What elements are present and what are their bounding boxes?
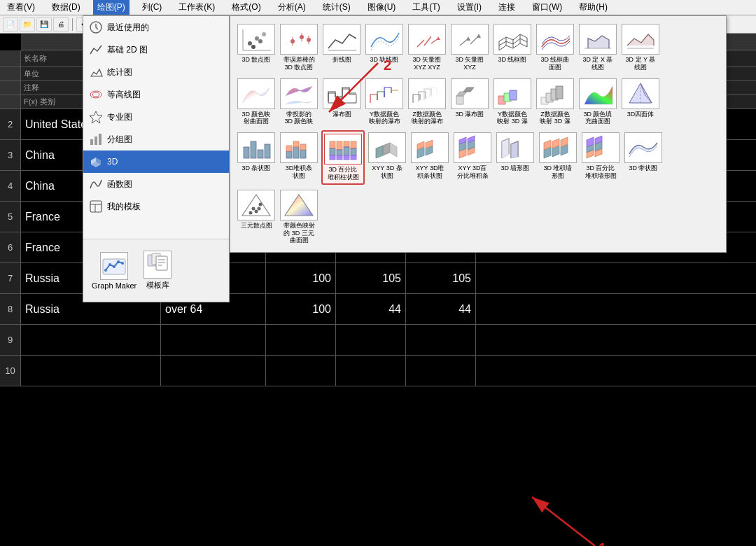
svg-rect-50 bbox=[258, 150, 263, 158]
cell-7-d[interactable]: 105 bbox=[336, 263, 406, 293]
row-num-3: 3 bbox=[0, 140, 21, 170]
toolbar-btn-open[interactable]: 📁 bbox=[20, 18, 35, 31]
icon-track3d[interactable]: 3D 轨线图 bbox=[364, 22, 405, 74]
cell-7-e[interactable]: 105 bbox=[406, 263, 476, 293]
icon-ternary-scatter[interactable]: 三元散点图 bbox=[236, 188, 276, 246]
icon-basex3d[interactable]: 3D 定 X 基线图 bbox=[578, 22, 618, 74]
menu-contour[interactable]: 等高线图 bbox=[83, 83, 229, 106]
icon-xyy-pct3d[interactable]: XYY 3D百分比堆积条 bbox=[452, 130, 493, 185]
icon-wire3d[interactable]: 3D 线框图 bbox=[492, 22, 533, 74]
svg-marker-76 bbox=[285, 195, 313, 216]
row-num-7: 7 bbox=[0, 263, 21, 293]
menu-mytemplate[interactable]: 我的模板 bbox=[83, 195, 229, 218]
cell-9-a[interactable] bbox=[21, 325, 161, 355]
icon-stackwall3d[interactable]: 3D 堆积墙形图 bbox=[538, 130, 578, 185]
menu-item-worksheet[interactable]: 工作表(K) bbox=[174, 0, 219, 15]
meta-label-col bbox=[0, 50, 21, 66]
icon-scatter3d-err[interactable]: 带误差棒的3D 散点图 bbox=[279, 22, 319, 74]
cell-9-c[interactable] bbox=[266, 325, 336, 355]
svg-rect-52 bbox=[286, 151, 292, 158]
menu-item-data[interactable]: 数据(D) bbox=[48, 0, 85, 15]
menu-item-plot[interactable]: 绘图(P) bbox=[93, 0, 130, 15]
graph-maker-button[interactable]: Graph Maker bbox=[92, 252, 136, 290]
icon-pctbar3d[interactable]: 3D 百分比堆积柱状图 bbox=[321, 130, 365, 185]
row-num-6: 6 bbox=[0, 232, 21, 262]
row-num-9: 9 bbox=[0, 325, 21, 355]
cell-8-d[interactable]: 44 bbox=[336, 294, 406, 324]
cell-10-d[interactable] bbox=[336, 356, 406, 386]
svg-rect-55 bbox=[293, 141, 299, 147]
svg-point-72 bbox=[259, 202, 262, 206]
svg-point-71 bbox=[252, 206, 255, 210]
svg-point-74 bbox=[249, 211, 253, 214]
icon-band3d[interactable]: 3D 带状图 bbox=[623, 130, 664, 185]
menu-item-image[interactable]: 图像(U) bbox=[363, 0, 400, 15]
svg-rect-67 bbox=[351, 141, 356, 148]
cell-10-a[interactable] bbox=[21, 356, 161, 386]
svg-rect-19 bbox=[156, 256, 167, 270]
icon-xyy-bar3d[interactable]: XYY 3D 条状图 bbox=[367, 130, 407, 185]
icon-xyy-stack3d[interactable]: XYY 3D堆积条状图 bbox=[410, 130, 450, 185]
svg-rect-58 bbox=[330, 141, 335, 148]
menu-func[interactable]: 函数图 bbox=[83, 173, 229, 195]
icon-stackbar3d[interactable]: 3D堆积条状图 bbox=[279, 130, 319, 185]
cell-9-b[interactable] bbox=[161, 325, 266, 355]
icon-colormap3d[interactable]: 3D 颜色映射曲面图 bbox=[236, 76, 276, 128]
icon-waterfall3d-z[interactable]: Z数据颜色映射 3D 瀑 bbox=[535, 76, 575, 128]
toolbar-btn-new[interactable]: 📄 bbox=[3, 18, 18, 31]
icon-vec3d-xyzxyz[interactable]: 3D 矢量图XYZ XYZ bbox=[407, 22, 447, 74]
svg-rect-7 bbox=[99, 134, 102, 145]
icon-waterfall-y[interactable]: Y数据颜色映射的瀑布 bbox=[364, 76, 405, 128]
svg-rect-66 bbox=[344, 155, 349, 160]
cell-10-e[interactable] bbox=[406, 356, 476, 386]
menu-3d[interactable]: 3D bbox=[83, 150, 229, 173]
icon-wiresurf3d[interactable]: 3D 线框曲面图 bbox=[535, 22, 575, 74]
toolbar-btn-print[interactable]: 🖨 bbox=[53, 18, 69, 31]
menu-grouped[interactable]: 分组图 bbox=[83, 128, 229, 150]
icon-waterfall-z[interactable]: Z数据颜色映射的瀑布 bbox=[407, 76, 447, 128]
menu-special[interactable]: 专业图 bbox=[83, 106, 229, 128]
icon-waterfall3d[interactable]: 3D 瀑布图 bbox=[449, 76, 490, 128]
menu-item-help[interactable]: 帮助(H) bbox=[575, 0, 612, 15]
menu-basic2d[interactable]: 基础 2D 图 bbox=[83, 38, 229, 61]
menu-item-analysis[interactable]: 分析(A) bbox=[274, 0, 310, 15]
icon-ternary-surface[interactable]: 带颜色映射的 3D 三元曲面图 bbox=[279, 188, 319, 246]
cell-8-e[interactable]: 44 bbox=[406, 294, 476, 324]
icon-waterfall[interactable]: 瀑布图 bbox=[321, 76, 362, 128]
icon-vec3d-xyz[interactable]: 3D 矢量图XYZ bbox=[449, 22, 490, 74]
menu-item-stats[interactable]: 统计(S) bbox=[318, 0, 355, 15]
icon-colorsurf3d[interactable]: 3D 颜色填充曲面图 bbox=[578, 76, 618, 128]
graph-icons-panel: 3D 散点图 带误差棒的3D 散点图 折线图 3D 轨线图 bbox=[230, 15, 727, 253]
svg-rect-54 bbox=[293, 147, 299, 158]
cell-8-c[interactable]: 100 bbox=[266, 294, 336, 324]
template-lib-icon bbox=[144, 251, 172, 279]
icon-tetra3d[interactable]: 3D四面体 bbox=[620, 76, 661, 128]
cell-10-b[interactable] bbox=[161, 356, 266, 386]
icon-wall3d[interactable]: 3D 墙形图 bbox=[495, 130, 536, 185]
icon-bar3d[interactable]: 3D 条状图 bbox=[236, 130, 276, 185]
icon-colormap3d-proj[interactable]: 带投影的3D 颜色映 bbox=[279, 76, 319, 128]
cell-9-d[interactable] bbox=[336, 325, 406, 355]
toolbar-btn-save[interactable]: 💾 bbox=[36, 18, 52, 31]
template-lib-button[interactable]: 模板库 bbox=[144, 251, 172, 290]
menu-stats[interactable]: 统计图 bbox=[83, 61, 229, 83]
icon-line3d[interactable]: 折线图 bbox=[321, 22, 362, 74]
svg-point-12 bbox=[104, 269, 107, 272]
menu-recent[interactable]: 最近使用的 bbox=[83, 16, 229, 38]
cell-9-e[interactable] bbox=[406, 325, 476, 355]
menu-item-tools[interactable]: 工具(T) bbox=[408, 0, 444, 15]
menu-item-window[interactable]: 窗口(W) bbox=[528, 0, 566, 15]
icon-basey3d[interactable]: 3D 定 Y 基线图 bbox=[620, 22, 661, 74]
menu-item-format[interactable]: 格式(O) bbox=[227, 0, 265, 15]
menu-item-connect[interactable]: 连接 bbox=[494, 0, 519, 15]
menu-item-col[interactable]: 列(C) bbox=[138, 0, 167, 15]
cell-7-c[interactable]: 100 bbox=[266, 263, 336, 293]
menu-item-view[interactable]: 查看(V) bbox=[3, 0, 39, 15]
cell-10-c[interactable] bbox=[266, 356, 336, 386]
menu-item-settings[interactable]: 设置(I) bbox=[453, 0, 486, 15]
icon-pctwall3d[interactable]: 3D 百分比堆积墙形图 bbox=[580, 130, 621, 185]
icon-waterfall3d-y[interactable]: Y数据颜色映射 3D 瀑 bbox=[492, 76, 533, 128]
icon-scatter3d[interactable]: 3D 散点图 bbox=[236, 22, 276, 74]
svg-marker-44 bbox=[477, 34, 481, 38]
svg-rect-51 bbox=[265, 144, 270, 158]
